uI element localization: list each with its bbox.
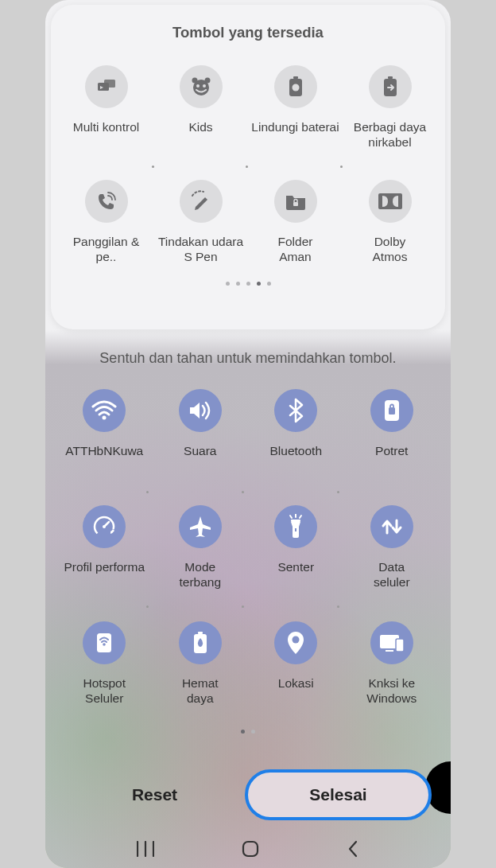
- location-icon: [274, 621, 317, 664]
- power-saving-icon: [179, 621, 222, 664]
- tile-label: Senter: [277, 559, 314, 574]
- active-tile-hotspot[interactable]: Hotspot Seluler: [56, 620, 153, 734]
- tile-label: Suara: [184, 443, 216, 458]
- bluetooth-icon: [274, 389, 317, 432]
- tile-label: Hotspot Seluler: [83, 675, 126, 706]
- svg-rect-17: [389, 407, 395, 415]
- sound-icon: [179, 389, 222, 432]
- svg-rect-14: [378, 193, 402, 209]
- svg-rect-32: [396, 639, 404, 652]
- tile-label: Hemat daya: [182, 675, 219, 706]
- portrait-icon: [370, 389, 413, 432]
- svg-rect-31: [386, 650, 393, 652]
- active-tile-bluetooth[interactable]: Bluetooth: [248, 387, 344, 502]
- svg-point-5: [204, 78, 210, 84]
- tile-label: Lokasi: [278, 675, 314, 691]
- tile-label: Potret: [375, 443, 408, 458]
- available-tile-dolby-atmos[interactable]: Dolby Atmos: [343, 178, 437, 288]
- svg-rect-25: [97, 633, 111, 652]
- tile-label: Panggilan & pe..: [62, 234, 151, 265]
- tile-label: Berbagi daya nirkabel: [354, 119, 426, 150]
- active-tile-link-windows[interactable]: Knksi ke Windows: [344, 620, 440, 734]
- tile-label: Mode terbang: [179, 559, 221, 590]
- svg-rect-8: [293, 76, 298, 79]
- svg-rect-27: [198, 632, 203, 634]
- divider-dot: [146, 491, 149, 493]
- hotspot-icon: [83, 621, 126, 664]
- active-tile-mobile-data[interactable]: Data seluler: [344, 504, 440, 618]
- back-button[interactable]: [347, 840, 359, 858]
- available-tile-protect-battery[interactable]: Lindungi baterai: [248, 64, 343, 173]
- available-tile-kids[interactable]: Kids: [153, 64, 248, 173]
- svg-line-22: [290, 516, 292, 518]
- svg-rect-20: [291, 520, 300, 522]
- svg-point-19: [103, 525, 106, 528]
- svg-rect-11: [388, 76, 393, 79]
- protect-battery-icon: [274, 65, 317, 108]
- active-tile-airplane[interactable]: Mode terbang: [153, 504, 249, 618]
- tile-label: Tindakan udara S Pen: [158, 234, 243, 265]
- available-tile-wireless-powershare[interactable]: Berbagi daya nirkabel: [343, 64, 437, 173]
- divider-dot: [337, 491, 339, 493]
- active-buttons-panel: Sentuh dan tahan untuk memindahkan tombo…: [45, 331, 451, 734]
- recents-button[interactable]: [137, 841, 154, 857]
- divider-dot: [242, 491, 244, 493]
- done-button[interactable]: Selesai: [245, 769, 432, 820]
- home-button[interactable]: [242, 840, 259, 858]
- svg-rect-13: [293, 202, 298, 206]
- svg-point-10: [292, 84, 299, 91]
- svg-point-26: [103, 643, 106, 646]
- wireless-powershare-icon: [369, 65, 412, 108]
- tile-label: Data seluler: [374, 559, 410, 590]
- svg-point-29: [293, 636, 300, 644]
- divider-dot: [337, 605, 339, 608]
- tile-label: Knksi ke Windows: [366, 675, 417, 706]
- tile-label: Lindungi baterai: [251, 119, 339, 134]
- active-tile-wifi[interactable]: ATTHbNKuwa: [56, 387, 153, 502]
- active-tile-flashlight[interactable]: Senter: [248, 504, 344, 618]
- active-tile-location[interactable]: Lokasi: [248, 620, 344, 734]
- tile-label: Multi kontrol: [73, 119, 140, 134]
- phone-screen: Tombol yang tersedia Multi kontrolKidsLi…: [45, 0, 451, 868]
- available-buttons-panel: Tombol yang tersedia Multi kontrolKidsLi…: [51, 5, 445, 329]
- tile-label: Kids: [188, 119, 212, 134]
- available-grid: Multi kontrolKidsLindungi bateraiBerbagi…: [51, 64, 445, 288]
- active-tile-power-saving[interactable]: Hemat daya: [153, 620, 249, 734]
- svg-point-4: [192, 78, 197, 84]
- tile-label: Profil performa: [64, 559, 145, 574]
- available-tile-secure-folder[interactable]: Folder Aman: [248, 178, 343, 288]
- available-tile-spen-air[interactable]: Tindakan udara S Pen: [153, 178, 248, 288]
- bottom-button-row: Reset Selesai: [45, 769, 451, 820]
- active-tile-portrait[interactable]: Potret: [344, 387, 440, 502]
- tile-label: ATTHbNKuwa: [65, 443, 143, 458]
- link-windows-icon: [370, 621, 413, 664]
- mobile-data-icon: [370, 505, 413, 548]
- tile-label: Bluetooth: [270, 443, 323, 458]
- svg-point-7: [203, 84, 206, 88]
- active-tile-performance[interactable]: Profil performa: [56, 504, 153, 618]
- instruction-text: Sentuh dan tahan untuk memindahkan tombo…: [45, 350, 451, 367]
- available-title: Tombol yang tersedia: [51, 24, 445, 41]
- divider-dot: [152, 165, 154, 168]
- secure-folder-icon: [274, 180, 317, 223]
- divider-dot: [246, 165, 248, 168]
- reset-button[interactable]: Reset: [64, 771, 245, 819]
- divider-dot: [340, 165, 343, 168]
- svg-point-15: [103, 416, 107, 420]
- spen-air-icon: [180, 180, 223, 223]
- svg-line-23: [300, 516, 301, 518]
- kids-icon: [180, 65, 223, 108]
- multi-control-icon: [85, 65, 128, 108]
- svg-rect-33: [243, 842, 258, 856]
- svg-rect-1: [104, 80, 115, 88]
- active-tile-sound[interactable]: Suara: [153, 387, 249, 502]
- divider-dot: [242, 605, 244, 608]
- performance-icon: [83, 505, 126, 548]
- wifi-icon: [83, 389, 126, 432]
- available-tile-call-message[interactable]: Panggilan & pe..: [59, 178, 153, 288]
- call-message-icon: [85, 180, 128, 223]
- available-tile-multi-control[interactable]: Multi kontrol: [59, 64, 153, 173]
- divider-dot: [146, 605, 149, 608]
- active-grid: ATTHbNKuwaSuaraBluetoothPotretProfil per…: [45, 387, 451, 734]
- tile-label: Folder Aman: [278, 234, 313, 265]
